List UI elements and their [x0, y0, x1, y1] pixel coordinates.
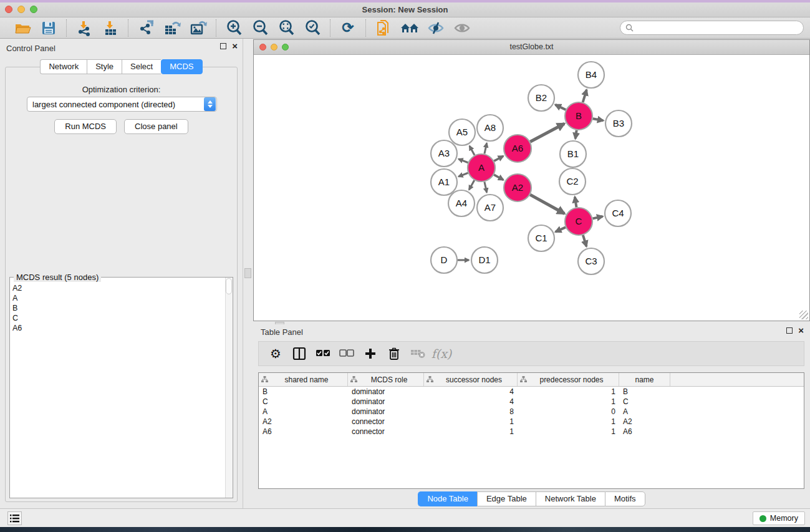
- table-row[interactable]: Cdominator41C: [259, 397, 804, 407]
- network-graph[interactable]: B4B2BB3A8A5A6B1A3AC2A1A2A4A7C4CC1C3DD1: [254, 55, 809, 321]
- edge-A-A3[interactable]: [458, 159, 468, 163]
- node-A1[interactable]: A1: [431, 169, 457, 195]
- show-graphics-details-button[interactable]: [451, 19, 473, 37]
- zoom-selected-button[interactable]: [301, 19, 324, 37]
- tab-mcds[interactable]: MCDS: [161, 59, 202, 74]
- network-canvas[interactable]: B4B2BB3A8A5A6B1A3AC2A1A2A4A7C4CC1C3DD1: [254, 55, 809, 321]
- edge-C-C2[interactable]: [575, 197, 577, 208]
- zoom-out-button[interactable]: [249, 19, 271, 37]
- table-row[interactable]: Bdominator41B: [259, 387, 804, 397]
- show-columns-button[interactable]: [289, 344, 310, 364]
- result-item[interactable]: C: [12, 313, 224, 323]
- zoom-in-button[interactable]: [223, 19, 245, 37]
- table-row[interactable]: A2connector11A2: [259, 417, 804, 427]
- import-table-button[interactable]: [99, 19, 122, 37]
- search-field[interactable]: [620, 21, 804, 35]
- save-session-button[interactable]: [37, 19, 60, 37]
- float-table-panel-icon[interactable]: [786, 327, 793, 334]
- column-header-name[interactable]: name: [619, 373, 670, 386]
- edge-A-A7[interactable]: [485, 181, 487, 192]
- node-B3[interactable]: B3: [605, 110, 632, 137]
- mcds-result-list[interactable]: A2ABCA6: [12, 283, 224, 495]
- node-table[interactable]: shared nameMCDS rolesuccessor nodesprede…: [258, 372, 804, 489]
- edge-A2-C[interactable]: [530, 195, 564, 213]
- open-session-button[interactable]: [11, 19, 34, 37]
- create-column-button[interactable]: [360, 344, 381, 364]
- node-A4[interactable]: A4: [448, 190, 475, 216]
- edge-A-A5[interactable]: [470, 146, 475, 155]
- function-builder-button[interactable]: f(x): [431, 344, 452, 364]
- zoom-fit-button[interactable]: [275, 19, 297, 37]
- tab-motifs[interactable]: Motifs: [605, 491, 645, 506]
- column-header-predecessor-nodes[interactable]: predecessor nodes: [518, 373, 619, 386]
- refresh-view-button[interactable]: ⟳: [337, 19, 359, 37]
- column-header-shared-name[interactable]: shared name: [259, 373, 348, 386]
- node-A[interactable]: A: [468, 154, 495, 181]
- tab-style[interactable]: Style: [87, 59, 122, 74]
- task-history-button[interactable]: [7, 511, 22, 525]
- node-C3[interactable]: C3: [578, 248, 604, 274]
- node-A5[interactable]: A5: [449, 119, 475, 145]
- node-B[interactable]: B: [565, 102, 592, 130]
- node-B4[interactable]: B4: [578, 62, 604, 88]
- table-row[interactable]: A6connector11A6: [259, 427, 804, 437]
- new-network-from-file-button[interactable]: [372, 19, 395, 37]
- result-item[interactable]: A2: [12, 283, 224, 293]
- node-C4[interactable]: C4: [605, 200, 631, 226]
- edge-C-C3[interactable]: [583, 235, 587, 246]
- edge-B-B3[interactable]: [593, 118, 604, 120]
- edge-B-B2[interactable]: [556, 105, 566, 110]
- result-item[interactable]: A: [12, 293, 224, 303]
- edge-A-A1[interactable]: [458, 173, 468, 177]
- export-network-button[interactable]: [135, 19, 157, 37]
- edge-B-B1[interactable]: [576, 130, 577, 139]
- tab-select[interactable]: Select: [122, 59, 161, 74]
- node-D1[interactable]: D1: [471, 247, 498, 273]
- tab-network[interactable]: Network: [40, 59, 87, 74]
- edge-B-B4[interactable]: [583, 90, 587, 102]
- node-C[interactable]: C: [565, 208, 592, 235]
- close-table-panel-icon[interactable]: ×: [798, 327, 804, 334]
- edge-A-A4[interactable]: [469, 180, 475, 190]
- memory-button[interactable]: Memory: [753, 511, 805, 525]
- edge-C-C4[interactable]: [593, 216, 603, 218]
- network-window-titlebar[interactable]: testGlobe.txt: [254, 40, 809, 55]
- table-row[interactable]: Adominator80A: [259, 407, 804, 417]
- node-A8[interactable]: A8: [477, 115, 503, 141]
- result-item[interactable]: A6: [12, 323, 224, 333]
- unselect-all-columns-button[interactable]: [336, 344, 357, 364]
- node-A6[interactable]: A6: [504, 135, 531, 162]
- delete-table-button[interactable]: [407, 344, 428, 364]
- node-C1[interactable]: C1: [528, 225, 554, 251]
- table-options-button[interactable]: ⚙: [265, 344, 286, 364]
- close-panel-button[interactable]: Close panel: [124, 119, 188, 134]
- edge-A-A8[interactable]: [485, 143, 487, 153]
- search-input[interactable]: [637, 24, 798, 32]
- tab-edge-table[interactable]: Edge Table: [477, 491, 536, 506]
- export-image-button[interactable]: [187, 19, 210, 37]
- window-resize-grip[interactable]: [799, 311, 808, 319]
- node-A3[interactable]: A3: [431, 140, 457, 167]
- edge-C-C1[interactable]: [556, 227, 566, 231]
- node-A2[interactable]: A2: [504, 174, 531, 201]
- hide-graphics-details-button[interactable]: [425, 19, 447, 37]
- node-B1[interactable]: B1: [560, 141, 586, 167]
- edge-A-A2[interactable]: [494, 175, 503, 180]
- column-header-successor-nodes[interactable]: successor nodes: [424, 373, 518, 386]
- edge-A6-B[interactable]: [530, 123, 564, 142]
- tab-node-table[interactable]: Node Table: [418, 491, 477, 506]
- node-D[interactable]: D: [431, 247, 457, 273]
- export-table-button[interactable]: [161, 19, 183, 37]
- result-scrollbar[interactable]: [225, 278, 233, 498]
- column-header-MCDS-role[interactable]: MCDS role: [348, 373, 424, 386]
- tab-network-table[interactable]: Network Table: [536, 491, 605, 506]
- node-C2[interactable]: C2: [559, 168, 586, 195]
- float-panel-icon[interactable]: [220, 43, 226, 49]
- edge-A-A6[interactable]: [494, 156, 503, 161]
- select-all-columns-button[interactable]: [312, 344, 334, 364]
- show-all-networks-button[interactable]: [398, 19, 421, 37]
- vertical-splitter-grip[interactable]: [244, 268, 251, 278]
- result-item[interactable]: B: [12, 303, 224, 313]
- import-network-button[interactable]: [73, 19, 95, 37]
- node-A7[interactable]: A7: [477, 195, 503, 221]
